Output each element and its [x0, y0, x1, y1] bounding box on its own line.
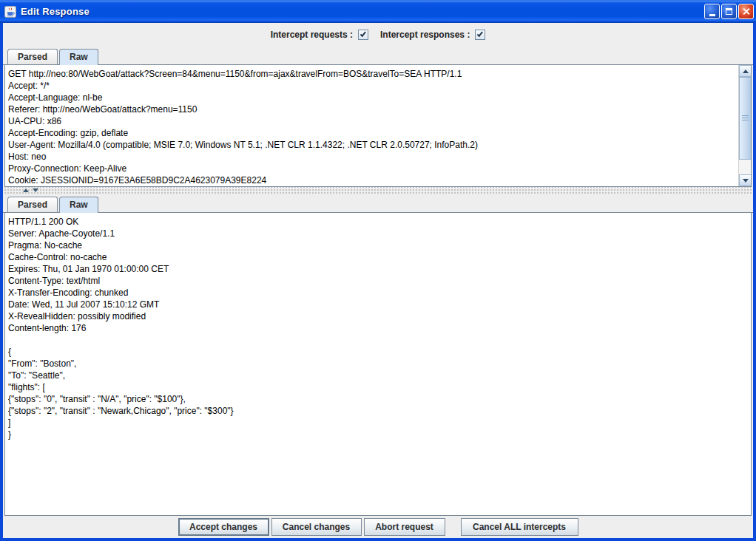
intercept-requests-label: Intercept requests : [271, 30, 353, 40]
java-icon [4, 6, 16, 18]
request-vertical-scrollbar[interactable] [738, 65, 751, 186]
abort-request-button[interactable]: Abort request [364, 518, 445, 536]
arrow-up-icon [743, 69, 749, 73]
tab-response-parsed[interactable]: Parsed [7, 197, 58, 212]
collapse-down-icon[interactable] [33, 188, 38, 192]
tab-response-raw[interactable]: Raw [59, 197, 98, 213]
request-tabs: Parsed Raw [3, 47, 753, 65]
cancel-all-intercepts-button[interactable]: Cancel ALL intercepts [461, 518, 578, 536]
request-raw-text[interactable]: GET http://neo:80/WebGoat/attack?Screen=… [5, 65, 738, 186]
intercept-row: Intercept requests : Intercept responses… [3, 23, 753, 47]
collapse-up-icon[interactable] [23, 188, 29, 192]
close-button[interactable] [738, 4, 754, 19]
edit-response-window: Edit Response Intercept requests : Inter… [0, 0, 756, 541]
tab-request-raw[interactable]: Raw [59, 49, 98, 65]
response-raw-text[interactable]: HTTP/1.1 200 OK Server: Apache-Coyote/1.… [5, 213, 751, 443]
cancel-changes-button[interactable]: Cancel changes [271, 518, 362, 536]
client-area: Intercept requests : Intercept responses… [3, 23, 753, 538]
scrollbar-thumb[interactable] [739, 77, 752, 160]
request-scrollpane: GET http://neo:80/WebGoat/attack?Screen=… [4, 65, 752, 187]
button-bar: Accept changes Cancel changes Abort requ… [3, 516, 753, 538]
grip-icon [742, 115, 749, 121]
split-divider[interactable] [3, 187, 753, 194]
check-icon [360, 30, 366, 37]
intercept-responses-label: Intercept responses : [380, 30, 470, 40]
intercept-requests-group: Intercept requests : [271, 30, 368, 40]
check-icon [477, 30, 483, 37]
scroll-down-button[interactable] [739, 174, 752, 186]
close-icon [742, 7, 750, 16]
response-tabs: Parsed Raw [3, 194, 753, 213]
window-title: Edit Response [21, 6, 90, 17]
tab-request-parsed[interactable]: Parsed [7, 49, 58, 64]
minimize-button[interactable] [704, 4, 720, 19]
minimize-icon [709, 14, 715, 16]
window-controls [704, 4, 754, 19]
accept-changes-button[interactable]: Accept changes [178, 518, 269, 536]
maximize-button[interactable] [721, 4, 737, 19]
arrow-down-icon [743, 179, 749, 183]
scroll-up-button[interactable] [739, 65, 752, 77]
intercept-requests-checkbox[interactable] [358, 30, 368, 40]
maximize-icon [726, 8, 732, 15]
titlebar[interactable]: Edit Response [0, 0, 756, 23]
intercept-responses-group: Intercept responses : [380, 30, 485, 40]
intercept-responses-checkbox[interactable] [475, 30, 485, 40]
response-scrollpane: HTTP/1.1 200 OK Server: Apache-Coyote/1.… [4, 213, 752, 516]
